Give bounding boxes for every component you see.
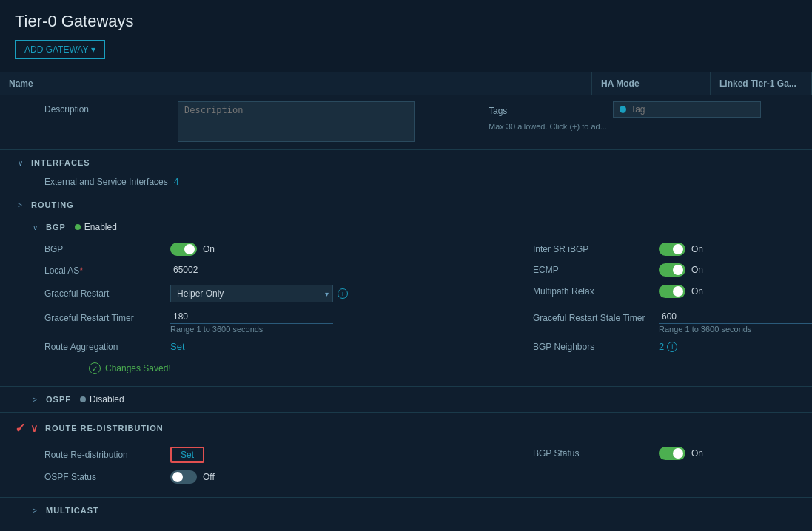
route-redistribution-right-1: BGP Status On: [533, 447, 797, 460]
table-header: Name HA Mode Linked Tier-1 Ga...: [0, 72, 812, 95]
bgp-row-1: BGP On Inter SR iBGP: [44, 243, 797, 256]
graceful-restart-select-container: Helper Only Disable GR and Helper: [170, 285, 333, 302]
interfaces-section-header[interactable]: ∨ INTERFACES: [0, 152, 812, 174]
bgp-status-dot: [75, 224, 81, 230]
gr-stale-hint: Range 1 to 3600 seconds: [659, 325, 812, 334]
add-gateway-label: ADD GATEWAY: [24, 44, 88, 55]
local-as-input[interactable]: [170, 263, 333, 277]
bgp-right-2: ECMP On: [533, 263, 797, 277]
ext-interfaces-value[interactable]: 4: [174, 177, 179, 187]
bgp-status-thumb: [673, 448, 683, 459]
ospf-status-toggle[interactable]: [170, 470, 197, 484]
ospf-section-header[interactable]: > OSPF Disabled: [0, 388, 812, 410]
bgp-left-3: Graceful Restart Helper Only Disable GR …: [44, 285, 533, 302]
bgp-section-header[interactable]: ∨ BGP Enabled: [0, 216, 812, 238]
inter-sr-ibgp-toggle-label: On: [691, 244, 703, 254]
bgp-right-4: Graceful Restart Stale Timer Range 1 to …: [533, 310, 812, 334]
ecmp-thumb: [673, 265, 683, 275]
bgp-row-4: Graceful Restart Timer Range 1 to 3600 s…: [44, 310, 797, 334]
route-agg-value[interactable]: Set: [170, 341, 185, 352]
route-redistribution-row-1: Route Re-distribution Set BGP Status On: [44, 447, 797, 463]
local-as-label: Local AS*: [44, 266, 170, 276]
tags-label: Tags: [489, 103, 607, 116]
bgp-section-title: BGP: [46, 223, 66, 231]
gr-timer-stack: Range 1 to 3600 seconds: [170, 310, 333, 334]
multipath-relax-label: Multipath Relax: [533, 286, 659, 297]
tag-input[interactable]: [631, 104, 754, 115]
bgp-status-toggle[interactable]: [659, 447, 685, 460]
ecmp-track: [659, 263, 685, 277]
multicast-section-title: MULTICAST: [46, 506, 99, 515]
ospf-status-dot: [80, 396, 86, 402]
ospf-chevron-icon: >: [30, 394, 40, 405]
add-gateway-chevron-icon: ▾: [91, 44, 95, 55]
bgp-row-3: Graceful Restart Helper Only Disable GR …: [44, 285, 797, 302]
route-agg-label: Route Aggregation: [44, 342, 170, 352]
route-redistribution-value-wrapper: Set: [170, 447, 204, 463]
bgp-toggle-thumb: [184, 244, 195, 254]
multipath-relax-toggle[interactable]: [659, 285, 685, 298]
bgp-neighbors-info-icon[interactable]: i: [667, 342, 677, 352]
ospf-status-thumb: [172, 472, 183, 482]
inter-sr-ibgp-toggle-wrapper: On: [659, 243, 703, 256]
route-redistribution-red-chevron-icon: ✓: [15, 420, 26, 436]
bgp-left-5: Route Aggregation Set: [44, 341, 533, 352]
tag-dot-icon: [620, 106, 626, 113]
graceful-restart-info-icon[interactable]: i: [338, 288, 348, 299]
bgp-status-track: [659, 447, 685, 460]
route-redistribution-left-2: OSPF Status Off: [44, 470, 533, 484]
bgp-toggle-track: [170, 243, 197, 256]
route-redistribution-row-2: OSPF Status Off: [44, 470, 797, 484]
bgp-status-label: BGP Status: [533, 448, 659, 459]
route-redistribution-label: Route Re-distribution: [44, 450, 170, 460]
ospf-status-badge: Disabled: [80, 394, 124, 405]
bgp-neighbors-value-wrapper[interactable]: 2 i: [659, 341, 677, 352]
route-redistribution-fields: Route Re-distribution Set BGP Status On: [0, 442, 812, 496]
check-circle-icon: ✓: [89, 362, 101, 374]
multipath-relax-toggle-wrapper: On: [659, 285, 703, 298]
tag-hint: Max 30 allowed. Click (+) to ad...: [489, 122, 761, 131]
add-gateway-button[interactable]: ADD GATEWAY ▾: [15, 40, 105, 59]
route-redistribution-header[interactable]: ✓ ∨ ROUTE RE-DISTRIBUTION: [0, 414, 812, 442]
gr-timer-input[interactable]: [170, 310, 333, 324]
ospf-status-track: [170, 470, 197, 484]
bgp-toggle-wrapper: On: [170, 243, 215, 256]
ext-interfaces-row: External and Service Interfaces 4: [0, 174, 812, 190]
local-as-value-wrapper: [170, 263, 333, 277]
bgp-right-1: Inter SR iBGP On: [533, 243, 797, 256]
ecmp-label: ECMP: [533, 265, 659, 275]
description-row: Description Tags Max 30 allowed. Click (…: [0, 95, 812, 148]
routing-section-header[interactable]: > ROUTING: [0, 194, 812, 216]
routing-section-title: ROUTING: [31, 200, 74, 209]
ospf-status-toggle-label: Off: [203, 472, 215, 482]
changes-saved-row: ✓ Changes Saved!: [44, 359, 797, 380]
bgp-row-2: Local AS* ECMP On: [44, 263, 797, 277]
bgp-toggle-label: On: [203, 244, 215, 254]
inter-sr-ibgp-label: Inter SR iBGP: [533, 244, 659, 254]
graceful-restart-select[interactable]: Helper Only Disable GR and Helper: [170, 285, 333, 302]
bgp-status-toggle-wrapper: On: [659, 447, 703, 460]
routing-chevron-icon: >: [15, 200, 25, 210]
bgp-status-toggle-label: On: [691, 448, 703, 459]
inter-sr-ibgp-track: [659, 243, 685, 256]
multipath-relax-toggle-label: On: [691, 286, 703, 297]
description-input[interactable]: [178, 101, 415, 142]
content-area: Description Tags Max 30 allowed. Click (…: [0, 95, 812, 531]
description-label: Description: [44, 101, 163, 115]
bgp-toggle[interactable]: [170, 243, 197, 256]
interfaces-chevron-icon: ∨: [15, 158, 25, 168]
bgp-chevron-icon: ∨: [30, 222, 40, 232]
gr-stale-input[interactable]: [659, 310, 812, 324]
bgp-status-badge: Enabled: [75, 222, 117, 232]
ospf-status-label: OSPF Status: [44, 472, 170, 482]
changes-saved-label: Changes Saved!: [105, 363, 171, 373]
route-redistribution-set-button[interactable]: Set: [170, 447, 204, 463]
col-header-linked: Linked Tier-1 Ga...: [711, 72, 812, 95]
ecmp-toggle-label: On: [691, 265, 703, 275]
inter-sr-ibgp-toggle[interactable]: [659, 243, 685, 256]
ecmp-toggle[interactable]: [659, 263, 685, 277]
multicast-section-header[interactable]: > MULTICAST: [0, 499, 812, 521]
bgp-fields: BGP On Inter SR iBGP: [0, 238, 812, 385]
ospf-status-label: Disabled: [90, 394, 124, 405]
tag-input-wrapper: [613, 101, 761, 118]
